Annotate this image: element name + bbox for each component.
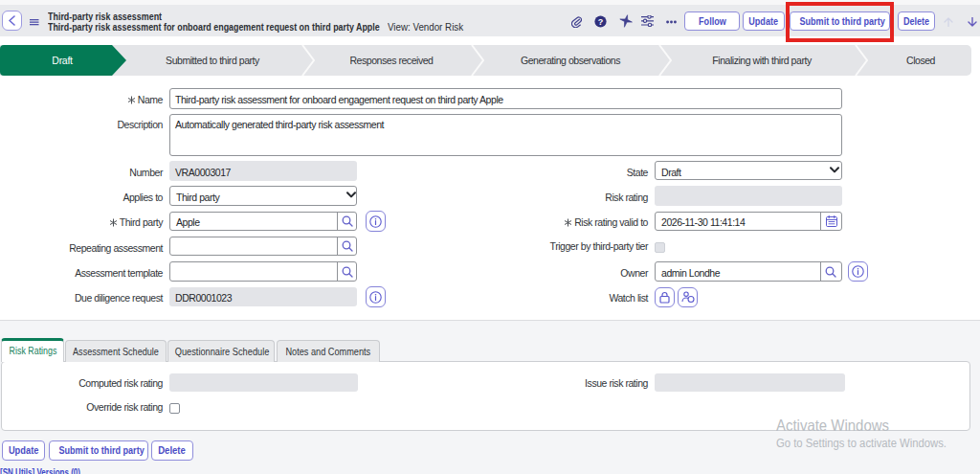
svg-text:Closed: Closed <box>906 55 936 66</box>
svg-text:Draft: Draft <box>52 55 73 66</box>
svg-text:Generating observations: Generating observations <box>521 55 620 66</box>
svg-text:Responses received: Responses received <box>349 55 434 66</box>
svg-text:Submitted to third party: Submitted to third party <box>166 55 260 66</box>
svg-text:?: ? <box>598 17 604 27</box>
svg-text:Finalizing with third party: Finalizing with third party <box>712 55 813 66</box>
